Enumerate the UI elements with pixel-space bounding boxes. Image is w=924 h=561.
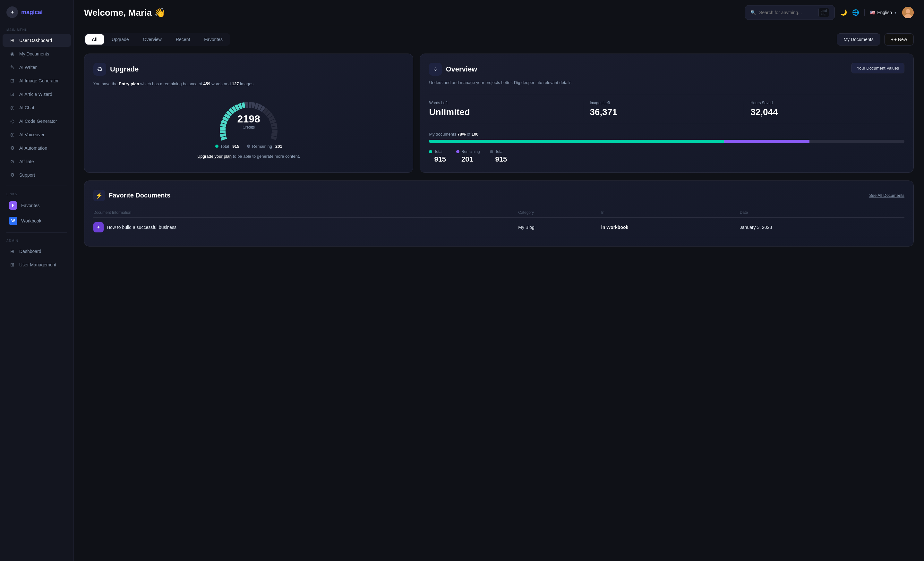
docs-progress-label: My documents 78% of 100. — [429, 132, 904, 136]
fav-section-title: Favorite Documents — [109, 192, 170, 199]
fav-header: ⚡ Favorite Documents See All Documents — [93, 190, 904, 201]
tab-recent[interactable]: Recent — [170, 34, 196, 45]
stat-hours-saved: Hours Saved 32,044 — [744, 101, 904, 117]
sidebar-label-ai-writer: AI Writer — [19, 65, 37, 70]
tab-upgrade[interactable]: Upgrade — [105, 34, 135, 45]
affiliate-icon: ⊙ — [9, 159, 15, 165]
sidebar-item-ai-article-wizard[interactable]: ⊡ AI Article Wizard — [3, 88, 71, 101]
sidebar-item-affiliate[interactable]: ⊙ Affiliate — [3, 155, 71, 168]
admin-label: ADMIN — [0, 236, 74, 245]
sidebar-item-ai-chat[interactable]: ◎ AI Chat — [3, 101, 71, 114]
prog-remaining-value: 201 — [456, 155, 480, 163]
sidebar-label-ai-image-generator: AI Image Generator — [19, 78, 59, 83]
globe-icon[interactable]: 🌐 — [852, 9, 859, 16]
svg-point-1 — [906, 9, 910, 13]
theme-toggle-icon[interactable]: 🌙 — [840, 9, 847, 16]
overview-card: ⁘ Overview Your Document Values Understa… — [420, 54, 914, 173]
sidebar-item-ai-code-generator[interactable]: ◎ AI Code Generator — [3, 115, 71, 127]
prog-total-dark: Total 915 — [490, 150, 507, 163]
upgrade-title: Upgrade — [110, 65, 139, 73]
doc-date: January 3, 2023 — [740, 217, 904, 237]
sidebar-item-user-management[interactable]: ⊞ User Management — [3, 258, 71, 271]
sidebar-item-ai-voiceover[interactable]: ◎ AI Voiceover — [3, 128, 71, 141]
prog-total-dark-label: Total — [490, 150, 507, 154]
search-icon: 🔍 — [750, 10, 756, 15]
doc-name-cell: ✦ How to build a successful business — [93, 222, 518, 232]
main-menu-label: MAIN MENU — [0, 25, 74, 34]
prog-remaining-purple: Remaining 201 — [456, 150, 480, 163]
purple-dot — [456, 150, 459, 153]
prog-total-teal-value: 915 — [429, 155, 446, 163]
language-label: English — [877, 10, 892, 15]
my-documents-icon: ◉ — [9, 51, 15, 57]
sidebar-label-affiliate: Affiliate — [19, 159, 34, 164]
col-document-info: Document Information — [93, 208, 518, 218]
sidebar-item-ai-writer[interactable]: ✎ AI Writer — [3, 61, 71, 74]
sidebar-divider-1 — [6, 186, 67, 186]
words-left-value: Unlimited — [429, 107, 576, 117]
see-all-documents-link[interactable]: See All Documents — [869, 193, 904, 198]
col-category: Category — [518, 208, 601, 218]
workbook-badge: W — [9, 217, 17, 225]
header-right: 🔍 cmd + E 🌙 🌐 🇺🇸 English ▼ — [745, 5, 914, 20]
sidebar-label-ai-article-wizard: AI Article Wizard — [19, 92, 52, 97]
new-label: + New — [894, 37, 907, 42]
images-left-label: Images Left — [590, 101, 737, 105]
doc-values-button[interactable]: Your Document Values — [851, 63, 904, 73]
tab-all[interactable]: All — [86, 34, 104, 45]
sidebar-label-ai-chat: AI Chat — [19, 105, 34, 110]
sidebar-item-user-dashboard[interactable]: ⊞ User Dashboard — [3, 34, 71, 47]
sidebar-label-ai-code-generator: AI Code Generator — [19, 119, 57, 124]
col-in: In — [601, 208, 740, 218]
plus-icon: + — [891, 37, 894, 42]
sidebar-item-ai-image-generator[interactable]: ⊡ AI Image Generator — [3, 74, 71, 87]
hours-saved-value: 32,044 — [750, 107, 898, 117]
progress-purple — [724, 140, 810, 143]
overview-top: ⁘ Overview Your Document Values — [429, 63, 904, 76]
tab-list: All Upgrade Overview Recent Favorites — [84, 33, 230, 46]
search-input[interactable] — [759, 10, 815, 15]
language-flag: 🇺🇸 — [870, 10, 875, 15]
upgrade-icon: ♻ — [93, 63, 106, 76]
sidebar-item-admin-dashboard[interactable]: ⊞ Dashboard — [3, 245, 71, 258]
upgrade-card-header: ♻ Upgrade — [93, 63, 404, 76]
ai-chat-icon: ◎ — [9, 105, 15, 111]
search-bar[interactable]: 🔍 cmd + E — [745, 5, 835, 20]
user-avatar[interactable] — [902, 7, 914, 18]
hours-saved-label: Hours Saved — [750, 101, 898, 105]
page-title: Welcome, Maria 👋 — [84, 7, 165, 18]
sidebar: ✦ magicai MAIN MENU ⊞ User Dashboard ◉ M… — [0, 0, 74, 561]
sidebar-label-user-dashboard: User Dashboard — [19, 38, 52, 43]
logo[interactable]: ✦ magicai — [0, 6, 74, 25]
legend-total-dot — [215, 145, 219, 148]
new-button[interactable]: + + New — [884, 33, 914, 45]
upgrade-plan-link[interactable]: Upgrade your plan — [197, 154, 232, 159]
support-icon: ⚙ — [9, 172, 15, 178]
my-documents-button[interactable]: My Documents — [837, 33, 880, 45]
overview-card-header: ⁘ Overview — [429, 63, 477, 76]
credits-label: Credits — [237, 125, 260, 130]
sidebar-item-ai-automation[interactable]: ⚙ AI Automation — [3, 142, 71, 154]
favorite-documents-section: ⚡ Favorite Documents See All Documents D… — [84, 181, 914, 247]
sidebar-label-support: Support — [19, 172, 35, 178]
sidebar-item-favorites[interactable]: F Favorites — [3, 198, 71, 213]
prog-total-dark-value: 915 — [490, 155, 507, 163]
upgrade-description: You have the Entry plan which has a rema… — [93, 81, 404, 88]
sidebar-label-ai-voiceover: AI Voiceover — [19, 132, 45, 137]
prog-remaining-purple-label: Remaining — [456, 150, 480, 154]
tab-overview[interactable]: Overview — [136, 34, 168, 45]
progress-bar — [429, 140, 904, 143]
table-row: ✦ How to build a successful business My … — [93, 217, 904, 237]
sidebar-item-my-documents[interactable]: ◉ My Documents — [3, 48, 71, 60]
fav-title-row: ⚡ Favorite Documents — [93, 190, 170, 201]
sidebar-label-ai-automation: AI Automation — [19, 145, 47, 151]
tab-favorites[interactable]: Favorites — [198, 34, 229, 45]
language-selector[interactable]: 🇺🇸 English ▼ — [870, 10, 897, 15]
sidebar-item-workbook[interactable]: W Workbook — [3, 214, 71, 228]
user-management-icon: ⊞ — [9, 262, 15, 268]
sidebar-item-support[interactable]: ⚙ Support — [3, 169, 71, 181]
ai-article-icon: ⊡ — [9, 91, 15, 97]
ai-writer-icon: ✎ — [9, 64, 15, 70]
ai-code-icon: ◎ — [9, 118, 15, 124]
upgrade-link-text: Upgrade your plan to be able to generate… — [93, 154, 404, 159]
